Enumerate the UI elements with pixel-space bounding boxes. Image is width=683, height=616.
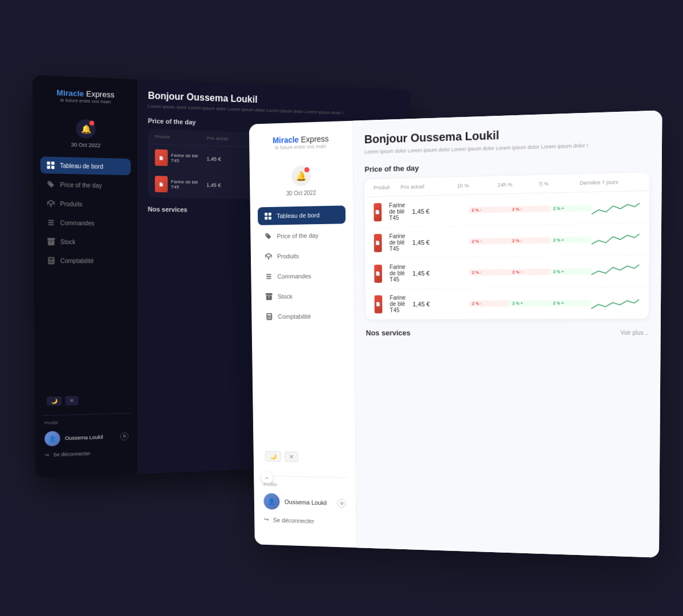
avatar-white: 👤	[263, 493, 279, 509]
svg-rect-0	[47, 161, 50, 165]
bell-icon-white[interactable]: 🔔	[291, 165, 311, 187]
calculator-icon-white	[266, 313, 273, 321]
produits-label-dark: Produits	[60, 200, 82, 207]
tag-icon-dark	[47, 180, 55, 189]
date-white: 30 Oct 2022	[286, 190, 316, 197]
profile-row-white: 👤 Oussema Loukil ⚙	[262, 491, 348, 513]
tableau-label-white: Tableau de bord	[277, 212, 319, 219]
svg-rect-3	[51, 166, 55, 169]
profile-label-dark: Profile	[42, 418, 131, 425]
product-img-dark: 📄	[155, 149, 168, 166]
tag-icon-white	[265, 232, 272, 240]
comptabilite-label-white: Comptabilité	[278, 313, 311, 320]
notification-dot-white	[304, 167, 309, 172]
avatar-section-white: 🔔 30 Oct 2022	[257, 164, 345, 197]
close-btn[interactable]: ✕	[66, 396, 79, 406]
sidebar-item-produits-dark[interactable]: Produits	[40, 195, 131, 213]
svg-rect-19	[269, 217, 271, 220]
commandes-label-dark: Commandes	[60, 220, 95, 226]
table-row: 📄 Farine de blé T45 1,45 € 2 % ↑ 2 % + 2…	[365, 287, 649, 319]
profile-label-white: Profile	[261, 481, 348, 489]
profile-name-white: Oussema Loukil	[284, 499, 327, 506]
sidebar-item-tableau-white[interactable]: Tableau de bord	[258, 205, 345, 225]
svg-rect-7	[47, 238, 55, 240]
svg-rect-20	[266, 274, 271, 275]
voir-plus-btn[interactable]: Voir plus ..	[620, 330, 648, 336]
svg-rect-2	[47, 165, 50, 169]
collapse-arrow-white[interactable]: ←	[261, 471, 273, 484]
svg-rect-6	[48, 224, 54, 225]
archive-icon-dark	[47, 237, 55, 246]
sidebar-item-commandes-white[interactable]: Commandes	[258, 267, 346, 286]
settings-icon-white[interactable]: ⚙	[337, 499, 345, 508]
logout-dark[interactable]: ↪ Se déconnecter	[42, 446, 131, 461]
sidebar-item-stock-white[interactable]: Stock	[259, 287, 347, 305]
price-of-day-title-white: Price of the day	[364, 157, 649, 173]
sparkline-white-4	[591, 294, 639, 311]
profile-name-dark: Oussema Loukil	[65, 434, 103, 441]
sidebar-item-produits-white[interactable]: Produits	[258, 246, 346, 265]
dark-mode-btn-white[interactable]: 🌙	[265, 451, 281, 462]
dashboard-white: Miracle Express le future entre vos main…	[249, 110, 662, 557]
grid-icon-white	[264, 212, 271, 220]
box-icon-dark	[47, 199, 55, 208]
sidebar-item-commandes-dark[interactable]: Commandes	[40, 214, 131, 232]
svg-rect-5	[48, 222, 54, 223]
svg-rect-18	[265, 217, 267, 220]
product-img-white-1: 📄	[374, 203, 382, 221]
list-icon-dark	[47, 218, 55, 227]
product-img-white-2: 📄	[374, 234, 381, 252]
svg-rect-10	[49, 261, 50, 262]
theme-toggle-white: 🌙 ✕	[261, 449, 348, 465]
sparkline-white-2	[592, 230, 640, 248]
comptabilite-label-dark: Comptabilité	[60, 257, 94, 264]
table-row: 📄 Farine de blé T45 1,45 € 2 % ↑ 2 % ↑ 2…	[365, 191, 649, 228]
nos-services-title-white: Nos services	[366, 329, 410, 337]
produits-label-white: Produits	[277, 253, 299, 260]
bell-icon-dark[interactable]: 🔔	[76, 119, 95, 139]
svg-rect-11	[51, 261, 52, 262]
svg-rect-14	[51, 262, 52, 264]
logo-area-white: Miracle Express le future entre vos main	[257, 133, 345, 151]
svg-rect-28	[270, 317, 271, 318]
svg-rect-27	[269, 317, 270, 318]
tableau-label-dark: Tableau de bord	[60, 162, 103, 169]
calculator-icon-dark	[47, 257, 55, 265]
avatar-section-dark: 🔔 30 Oct 2022	[40, 118, 131, 149]
sidebar-dark: Miracle Express le future entre vos main…	[32, 75, 139, 477]
sidebar-item-tableau-dark[interactable]: Tableau de bord	[40, 156, 131, 175]
sidebar-item-comptabilite-white[interactable]: Comptabilité	[259, 307, 346, 326]
svg-rect-4	[48, 220, 54, 221]
svg-rect-1	[51, 161, 55, 165]
svg-rect-12	[52, 261, 54, 262]
logo-area-dark: Miracle Express le future entre vos main	[40, 87, 131, 105]
table-row: 📄 Farine de blé T45 1,45 € 2 % ↑ 2 % ↑ 2…	[365, 223, 649, 258]
svg-rect-30	[269, 318, 270, 319]
dark-mode-btn[interactable]: 🌙	[47, 396, 62, 406]
price-label-white: Price of the day	[277, 232, 319, 240]
svg-rect-23	[266, 293, 273, 295]
list-icon-white	[265, 273, 273, 281]
svg-rect-26	[267, 317, 269, 318]
product-img-white-3: 📄	[374, 264, 381, 282]
settings-icon-dark[interactable]: ⚙	[120, 432, 128, 440]
svg-rect-25	[267, 314, 271, 316]
sidebar-bottom-white: 🌙 ✕ ← Profile 👤 Oussema Loukil ⚙ ↪ Se d	[261, 449, 348, 536]
sparkline-white-3	[592, 262, 640, 280]
sidebar-item-price-white[interactable]: Price of the day	[258, 226, 345, 245]
sidebar-item-stock-dark[interactable]: Stock	[40, 233, 131, 250]
date-dark: 30 Oct 2022	[71, 141, 100, 148]
product-img-white-4: 📄	[375, 295, 382, 313]
svg-rect-29	[267, 318, 269, 319]
sidebar-item-price-dark[interactable]: Price of the day	[40, 176, 131, 194]
box-icon-white	[265, 253, 272, 261]
close-btn-white[interactable]: ✕	[284, 451, 299, 462]
svg-rect-22	[266, 278, 271, 279]
logout-white[interactable]: ↪ Se déconnecter	[262, 512, 348, 530]
svg-rect-9	[49, 258, 53, 260]
svg-rect-31	[270, 318, 271, 319]
grid-icon-dark	[46, 161, 55, 169]
stock-label-dark: Stock	[60, 238, 76, 245]
avatar-dark: 👤	[44, 431, 60, 447]
sidebar-item-comptabilite-dark[interactable]: Comptabilité	[41, 252, 131, 269]
